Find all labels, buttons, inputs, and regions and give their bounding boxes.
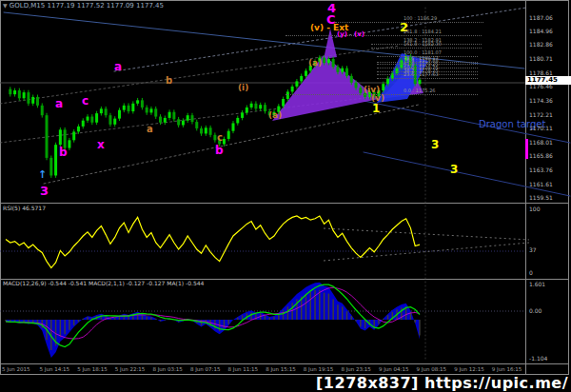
wave-c: c [82, 95, 89, 107]
fib-level-label: 161.8 : 1182.30 [404, 42, 442, 47]
dropdown-icon[interactable]: ▼ [3, 2, 8, 9]
wave-y: (y) [337, 31, 347, 38]
current-price-box: 1177.45 [525, 76, 571, 85]
mt4-chart-window: ▼ GOLD,M15 1177.19 1177.52 1177.09 1177.… [0, 0, 571, 392]
price-tick: 1187.06 [529, 14, 553, 21]
symbol-label: GOLD,M15 [10, 2, 45, 10]
price-tick: 1172.21 [529, 111, 553, 118]
fib-level-line [377, 78, 478, 79]
fib-level-line [335, 22, 483, 23]
time-label: 9 Jun 12:15 [454, 366, 483, 372]
fib-level-label: 100 : 1186.29 [404, 16, 437, 21]
macd-scale-zero: 0.00 [529, 307, 541, 314]
rsi-scale-top: 100 [529, 206, 540, 212]
rsi-scale-mid: 37 [529, 246, 537, 253]
time-label: 8 Jun 19:15 [304, 366, 333, 372]
wave-a-minor3: a [147, 125, 153, 134]
time-label: 8 Jun 11:15 [228, 366, 258, 372]
time-label: 5 Jun 2015 [2, 366, 30, 372]
wave-x: x [97, 139, 105, 150]
fib-level-label: 0.0 : 1175.26 [404, 88, 436, 93]
wave-i: (i) [238, 84, 248, 92]
price-tick: 1180.71 [529, 55, 553, 62]
chart-title: ▼ GOLD,M15 1177.19 1177.52 1177.09 1177.… [3, 2, 164, 10]
price-tick: 1174.36 [529, 97, 553, 104]
candlestick-series [9, 54, 421, 178]
time-label: 9 Jun 16:15 [492, 366, 522, 372]
time-label: 8 Jun 03:15 [152, 366, 182, 372]
wave-c-minor: c [217, 133, 223, 143]
price-tick: 1168.01 [529, 139, 553, 146]
chart-graphics[interactable] [0, 0, 571, 392]
wave-a: a [55, 98, 63, 109]
macd-scale-top: 1.601 [529, 281, 545, 287]
wave-a2: a [114, 61, 122, 72]
wave-b-minor: b [166, 76, 172, 86]
buy-arrow: ↑ [38, 169, 47, 180]
rsi-series [6, 216, 420, 268]
macd-scale-bottom: -1.104 [529, 355, 547, 362]
wave-3: 3 [40, 185, 49, 197]
watermark-text: [1278x837] https://upic.me/ [316, 374, 568, 392]
price-tick: 1165.86 [529, 152, 553, 159]
price-tick: 1184.96 [529, 28, 553, 34]
wave-b: b [59, 147, 68, 158]
price-axis-highlight [525, 139, 528, 158]
rsi-scale-bottom: 0 [529, 269, 533, 276]
wave-3-target2: 3 [450, 164, 458, 175]
macd-series [6, 283, 420, 358]
price-tick: 1161.61 [529, 181, 553, 187]
time-label: 5 Jun 14:15 [40, 366, 69, 372]
price-tick: 1170.11 [529, 125, 553, 131]
wave-v: (v) [354, 31, 364, 38]
macd-label: MACD(12,26,9) -0.544 -0.541 MACD(2,1,1) … [3, 280, 204, 286]
wave-a-minor2: (a) [268, 111, 282, 120]
time-label: 9 Jun 08:15 [417, 366, 446, 372]
wave-1: 1 [372, 103, 380, 114]
time-label: 9 Jun 04:15 [379, 366, 408, 372]
wave-a-minor1: (a) [308, 59, 322, 68]
time-label: 8 Jun 07:15 [190, 366, 220, 372]
time-label: 5 Jun 22:15 [115, 366, 145, 372]
price-tick: 1163.76 [529, 167, 553, 173]
wave-b2: b [215, 145, 224, 156]
time-label: 5 Jun 18:15 [77, 366, 107, 372]
price-tick: 1182.86 [529, 41, 553, 48]
fib-level-label: 23.6 : 1177.63 [404, 72, 439, 77]
fib-level-label: 261.8 : 1184.21 [404, 29, 442, 34]
fib-level-line [286, 35, 482, 36]
price-tick: 1178.61 [529, 69, 553, 76]
time-label: 8 Jun 15:15 [266, 366, 295, 372]
violet-spike [324, 29, 337, 59]
price-tick: 1159.51 [529, 194, 553, 201]
time-label: 8 Jun 23:15 [341, 366, 370, 372]
wave-3-target1: 3 [431, 139, 439, 150]
ohlc-values: 1177.19 1177.52 1177.09 1177.45 [48, 2, 164, 10]
rsi-label: RSI(5) 46.5717 [3, 205, 46, 211]
